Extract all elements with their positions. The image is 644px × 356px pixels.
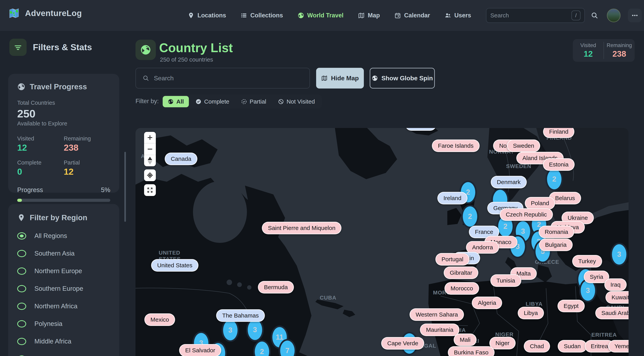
calendar-icon: [394, 12, 401, 19]
map-cluster-marker[interactable]: 2: [546, 167, 563, 191]
map-pill-mexico[interactable]: Mexico: [144, 314, 175, 326]
map-pill-finland[interactable]: Finland: [543, 128, 574, 138]
map-pill-yemen[interactable]: Yemen: [608, 340, 628, 353]
map-pill-bulgaria[interactable]: Bulgaria: [539, 239, 573, 251]
hide-map-button[interactable]: Hide Map: [316, 68, 364, 88]
filters-icon[interactable]: [10, 39, 26, 56]
region-option-southern-europe[interactable]: Southern Europe: [17, 285, 110, 292]
navbar: AdventureLog LocationsCollectionsWorld T…: [0, 0, 644, 31]
more-options-button[interactable]: [628, 8, 642, 22]
map-pill-poland[interactable]: Poland: [525, 197, 555, 209]
nav-search-input[interactable]: [490, 12, 572, 19]
nav-item-users[interactable]: Users: [444, 12, 471, 19]
map-pill-canada[interactable]: Canada: [164, 153, 197, 165]
map-pill-united-states[interactable]: United States: [151, 259, 198, 272]
region-option-southern-asia[interactable]: Southern Asia: [17, 250, 110, 257]
map-pill-algeria[interactable]: Algeria: [472, 297, 502, 309]
header-stats-card: Visited12Remaining238: [573, 39, 634, 62]
nav-item-world-travel[interactable]: World Travel: [298, 12, 344, 19]
region-filter-card: Filter by Region All RegionsSouthern Asi…: [8, 204, 119, 356]
pin-icon: [17, 214, 26, 222]
map-pill-portugal[interactable]: Portugal: [436, 253, 470, 266]
filter-chip-complete[interactable]: Complete: [190, 96, 234, 107]
zoom-in-button[interactable]: [144, 132, 156, 143]
country-search-input[interactable]: [154, 75, 303, 82]
hide-map-label: Hide Map: [331, 75, 359, 82]
nav-item-locations[interactable]: Locations: [188, 12, 226, 19]
map-pill-tunisia[interactable]: Tunisia: [490, 274, 521, 287]
stat-visited: Visited12: [17, 135, 64, 153]
map-cluster-marker[interactable]: 3: [222, 319, 239, 342]
region-option-all-regions[interactable]: All Regions: [17, 232, 110, 240]
map-pill-cape-verde[interactable]: Cape Verde: [381, 337, 424, 350]
map-icon: [321, 75, 328, 81]
map-pill-burkina-faso[interactable]: Burkina Faso: [448, 346, 495, 356]
header-stat-visited: Visited12: [573, 39, 604, 62]
map-pill-sudan[interactable]: Sudan: [558, 340, 587, 353]
fullscreen-button[interactable]: [144, 184, 156, 196]
zoom-out-button[interactable]: [144, 143, 156, 155]
map-pill-saudi-arabia[interactable]: Saudi Arabia: [595, 307, 628, 319]
brand[interactable]: AdventureLog: [8, 7, 82, 19]
filter-chip-not-visited[interactable]: Not Visited: [273, 96, 320, 107]
filter-chip-all[interactable]: All: [163, 96, 189, 107]
map-pill-western-sahara[interactable]: Western Sahara: [410, 308, 464, 321]
map-pill-mauritania[interactable]: Mauritania: [420, 324, 460, 336]
map-pill-gibraltar[interactable]: Gibraltar: [444, 267, 478, 279]
map-pill-libya[interactable]: Libya: [518, 307, 544, 319]
compass-button[interactable]: [144, 155, 156, 166]
map-cluster-marker[interactable]: 3: [610, 243, 628, 266]
map-cluster-marker[interactable]: 2: [461, 205, 479, 228]
map-pill-iceland[interactable]: Iceland: [405, 128, 436, 131]
radio-icon: [17, 250, 26, 257]
region-option-northern-europe[interactable]: Northern Europe: [17, 267, 110, 275]
stat-partial: Partial12: [64, 159, 110, 177]
map-pill-morocco[interactable]: Morocco: [444, 282, 479, 295]
map-base-label: LIBYA: [526, 301, 542, 307]
sidebar-scrollbar-thumb[interactable]: [124, 152, 126, 222]
geolocate-button[interactable]: [144, 169, 156, 181]
nav-item-collections[interactable]: Collections: [240, 12, 283, 19]
map-pill-saint-pierre-and-miquelon[interactable]: Saint Pierre and Miquelon: [262, 222, 341, 234]
nav-search-box[interactable]: /: [486, 8, 585, 23]
map-pill-faroe-islands[interactable]: Faroe Islands: [432, 139, 480, 152]
country-list-icon: [136, 40, 156, 60]
map-pill-ireland[interactable]: Ireland: [437, 192, 468, 204]
search-icon[interactable]: [591, 12, 598, 19]
avatar[interactable]: [607, 8, 620, 22]
globe-icon: [372, 75, 378, 81]
region-option-caribbean[interactable]: Caribbean: [17, 355, 110, 356]
total-countries-sub: Available to Explore: [17, 120, 110, 127]
region-option-middle-africa[interactable]: Middle Africa: [17, 338, 110, 345]
map-pill-chad[interactable]: Chad: [524, 340, 550, 353]
ban-icon: [278, 99, 284, 104]
world-map[interactable]: AUNITED STATESNORWAYSWEDENFINLANDGREECEM…: [136, 128, 628, 356]
page-subtitle: 250 of 250 countries: [160, 56, 213, 63]
map-pill-romania[interactable]: Romania: [538, 226, 574, 238]
map-pill-egypt[interactable]: Egypt: [558, 300, 585, 312]
map-pill-el-salvador[interactable]: El Salvador: [179, 344, 221, 356]
map-pill-turkey[interactable]: Turkey: [572, 255, 602, 268]
map-pill-mali[interactable]: Mali: [454, 334, 476, 346]
radio-icon: [17, 320, 26, 328]
radio-icon: [17, 356, 26, 356]
map-pill-niger[interactable]: Niger: [489, 337, 516, 349]
region-option-northern-africa[interactable]: Northern Africa: [17, 303, 110, 310]
map-pill-sweden[interactable]: Sweden: [507, 139, 540, 152]
page-title: Country List: [159, 41, 233, 55]
map-base-label: CUBA: [320, 295, 336, 301]
map-pill-denmark[interactable]: Denmark: [491, 176, 527, 188]
nav-item-map[interactable]: Map: [358, 12, 380, 19]
filter-chip-partial[interactable]: Partial: [236, 96, 271, 107]
map-pill-the-bahamas[interactable]: The Bahamas: [216, 309, 265, 322]
map-pill-czech-republic[interactable]: Czech Republic: [500, 208, 553, 221]
check-circle-icon: [196, 99, 201, 104]
map-pill-kuwait[interactable]: Kuwait: [606, 291, 628, 304]
country-search-box[interactable]: [136, 68, 310, 88]
region-option-polynesia[interactable]: Polynesia: [17, 320, 110, 328]
globe-spin-button[interactable]: Show Globe Spin: [370, 68, 435, 88]
map-pill-bermuda[interactable]: Bermuda: [258, 281, 294, 294]
map-pill-estonia[interactable]: Estonia: [543, 158, 574, 171]
nav-item-calendar[interactable]: Calendar: [394, 12, 430, 19]
map-pill-iraq[interactable]: Iraq: [604, 279, 626, 291]
